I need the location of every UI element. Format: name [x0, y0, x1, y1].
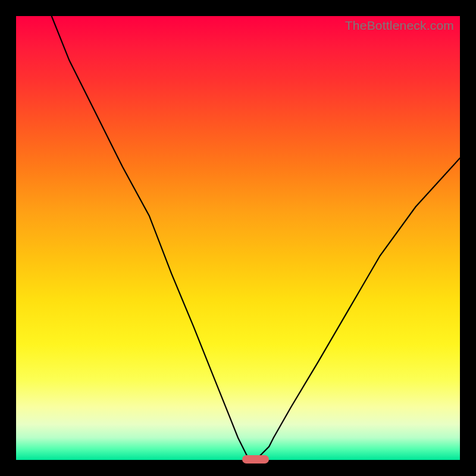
chart-frame: TheBottleneck.com — [0, 0, 476, 476]
curve-path — [52, 16, 460, 460]
plot-area: TheBottleneck.com — [16, 16, 460, 460]
optimal-range-marker — [242, 455, 269, 464]
bottleneck-curve — [16, 16, 460, 460]
